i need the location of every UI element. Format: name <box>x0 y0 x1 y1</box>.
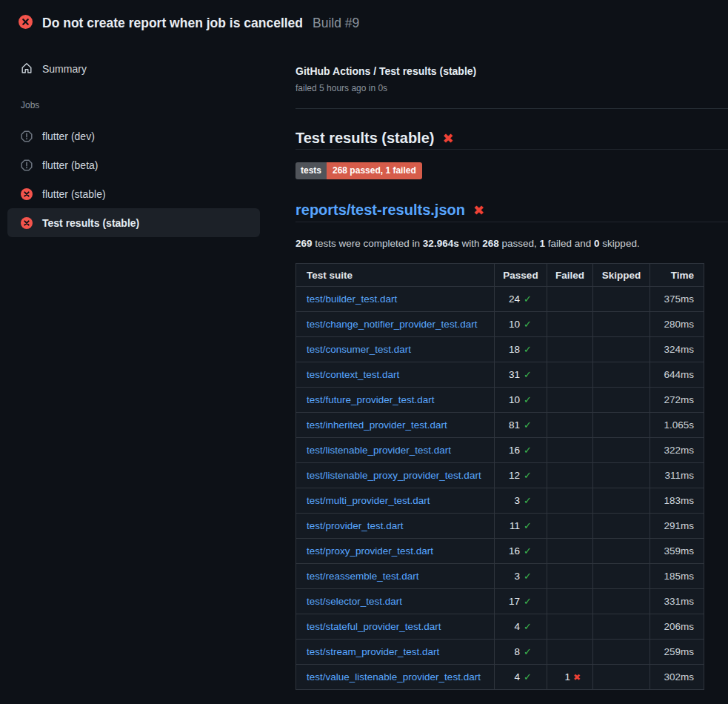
time-cell: 331ms <box>650 589 704 614</box>
check-icon: ✓ <box>524 671 532 683</box>
failed-cell <box>547 514 593 539</box>
skipped-cell <box>593 539 650 564</box>
check-icon: ✓ <box>524 419 532 431</box>
table-row: test/proxy_provider_test.dart16✓359ms <box>296 539 704 564</box>
job-label: flutter (stable) <box>42 188 106 200</box>
check-icon: ✓ <box>524 596 532 607</box>
suite-cell: test/proxy_provider_test.dart <box>296 539 495 564</box>
home-icon <box>21 62 33 76</box>
suite-link[interactable]: test/selector_test.dart <box>307 596 402 607</box>
suite-link[interactable]: test/inherited_provider_test.dart <box>307 419 447 431</box>
summary-fragment: skipped. <box>600 238 640 249</box>
run-header: Do not create report when job is cancell… <box>0 0 728 41</box>
suite-cell: test/listenable_proxy_provider_test.dart <box>296 463 495 488</box>
time-cell: 272ms <box>650 388 704 413</box>
time-cell: 291ms <box>650 514 704 539</box>
skipped-cell <box>593 312 650 337</box>
passed-cell: 81✓ <box>495 413 547 438</box>
time-cell: 359ms <box>650 539 704 564</box>
suite-cell: test/selector_test.dart <box>296 589 495 614</box>
failed-cell <box>547 312 593 337</box>
table-header-row: Test suitePassedFailedSkippedTime <box>296 264 704 287</box>
suite-cell: test/stateful_provider_test.dart <box>296 614 495 640</box>
time-cell: 324ms <box>650 337 704 362</box>
passed-count: 11 <box>510 520 520 531</box>
jobs-list: flutter (dev) flutter (beta) flutter (st… <box>0 122 281 237</box>
suite-link[interactable]: test/stream_provider_test.dart <box>307 646 439 657</box>
suite-link[interactable]: test/reassemble_test.dart <box>307 571 419 582</box>
sidebar-item-job[interactable]: flutter (beta) <box>7 150 260 179</box>
suite-link[interactable]: test/listenable_provider_test.dart <box>307 445 451 456</box>
passed-cell: 11✓ <box>495 514 547 539</box>
job-label: flutter (beta) <box>42 159 98 171</box>
passed-cell: 10✓ <box>495 388 547 413</box>
suite-link[interactable]: test/value_listenable_provider_test.dart <box>307 671 481 683</box>
cross-icon: ✖ <box>573 672 581 683</box>
column-header: Skipped <box>593 264 650 287</box>
suite-link[interactable]: test/multi_provider_test.dart <box>307 495 430 506</box>
table-row: test/value_listenable_provider_test.dart… <box>296 665 704 690</box>
sidebar-item-summary[interactable]: Summary <box>7 55 260 83</box>
suite-cell: test/context_test.dart <box>296 362 495 388</box>
failed-cell <box>547 564 593 589</box>
suite-link[interactable]: test/provider_test.dart <box>307 520 404 531</box>
suite-cell: test/inherited_provider_test.dart <box>296 413 495 438</box>
passed-count: 81 <box>509 419 520 431</box>
failed-cell <box>547 640 593 665</box>
passed-count: 10 <box>509 319 520 330</box>
skipped-cell <box>593 640 650 665</box>
table-row: test/stateful_provider_test.dart4✓206ms <box>296 614 704 640</box>
suite-link[interactable]: test/stateful_provider_test.dart <box>307 621 441 632</box>
skipped-cell <box>593 388 650 413</box>
build-number-label: Build #9 <box>313 16 359 31</box>
main-content: GitHub Actions / Test results (stable) f… <box>281 41 728 690</box>
summary-fragment: 1 <box>540 238 546 249</box>
suite-link[interactable]: test/change_notifier_provider_test.dart <box>307 319 477 330</box>
report-file-link[interactable]: reports/test-results.json <box>295 201 465 219</box>
passed-count: 17 <box>509 596 520 607</box>
sidebar-item-job[interactable]: flutter (stable) <box>7 179 260 208</box>
tests-badge: tests 268 passed, 1 failed <box>295 162 422 179</box>
skipped-cell <box>593 564 650 589</box>
passed-count: 4 <box>515 671 521 683</box>
failed-status-icon <box>19 15 33 29</box>
stopped-icon <box>21 159 33 171</box>
column-header: Test suite <box>296 264 495 287</box>
sidebar-item-job[interactable]: Test results (stable) <box>7 208 260 237</box>
passed-count: 3 <box>515 571 521 582</box>
table-row: test/provider_test.dart11✓291ms <box>296 514 704 539</box>
skipped-cell <box>593 287 650 312</box>
suite-link[interactable]: test/builder_test.dart <box>307 293 397 305</box>
failed-cell <box>547 287 593 312</box>
suite-link[interactable]: test/consumer_test.dart <box>307 344 411 355</box>
check-icon: ✓ <box>524 293 532 305</box>
divider <box>295 108 728 109</box>
suite-cell: test/reassemble_test.dart <box>296 564 495 589</box>
summary-fragment: failed and <box>545 238 594 249</box>
check-icon: ✓ <box>524 445 532 456</box>
time-cell: 644ms <box>650 362 704 388</box>
summary-fragment: passed, <box>499 238 540 249</box>
suite-link[interactable]: test/future_provider_test.dart <box>307 394 435 405</box>
sidebar-item-job[interactable]: flutter (dev) <box>7 122 260 150</box>
skipped-cell <box>593 438 650 463</box>
suite-link[interactable]: test/listenable_proxy_provider_test.dart <box>307 470 481 481</box>
passed-cell: 12✓ <box>495 463 547 488</box>
failed-cell <box>547 614 593 640</box>
failed-cell: 1✖ <box>547 665 593 690</box>
passed-count: 3 <box>515 495 521 506</box>
suite-cell: test/multi_provider_test.dart <box>296 488 495 514</box>
suite-link[interactable]: test/context_test.dart <box>307 369 399 380</box>
section-title-text: Test results (stable) <box>295 127 434 148</box>
suite-cell: test/stream_provider_test.dart <box>296 640 495 665</box>
time-cell: 185ms <box>650 564 704 589</box>
report-file-heading[interactable]: reports/test-results.json ✖ <box>295 201 728 222</box>
suite-link[interactable]: test/proxy_provider_test.dart <box>307 545 433 557</box>
check-icon: ✓ <box>524 571 532 582</box>
passed-count: 12 <box>509 470 520 481</box>
table-row: test/listenable_proxy_provider_test.dart… <box>296 463 704 488</box>
failed-cell <box>547 388 593 413</box>
summary-fragment: tests were completed in <box>313 238 423 249</box>
suite-cell: test/future_provider_test.dart <box>296 388 495 413</box>
passed-cell: 16✓ <box>495 438 547 463</box>
